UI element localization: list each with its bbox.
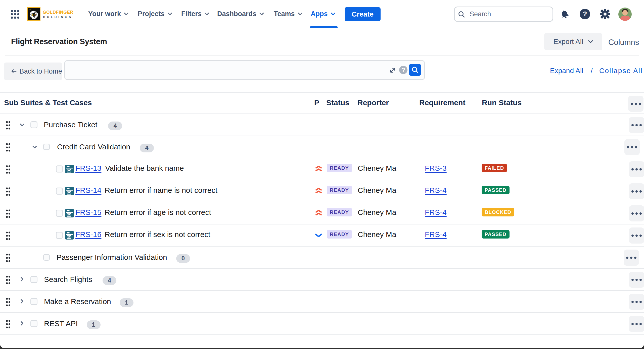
svg-text:Gf: Gf: [32, 13, 36, 17]
svg-text:79F: 79F: [29, 9, 31, 11]
